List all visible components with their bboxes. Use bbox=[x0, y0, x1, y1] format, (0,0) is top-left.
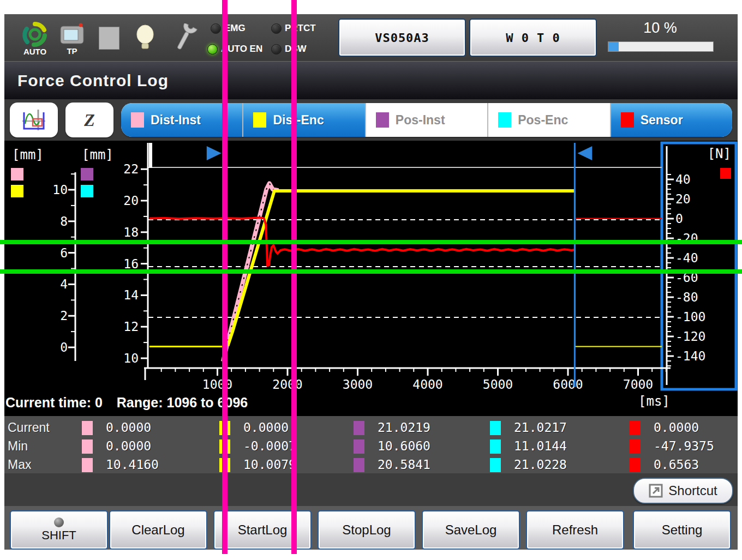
led-emg: EMG bbox=[211, 23, 246, 34]
led-auto-en: AUTO EN bbox=[207, 44, 262, 55]
legend-dist-enc[interactable]: Dist-Enc bbox=[243, 103, 366, 137]
pos-inst-swatch bbox=[354, 421, 364, 435]
work-tool-button[interactable]: W 0 T 0 bbox=[469, 19, 597, 57]
prtct-led-label: PRTCT bbox=[285, 23, 316, 34]
legend-pos-enc[interactable]: Pos-Enc bbox=[488, 103, 611, 137]
bottom-button-strip: SHIFT ClearLog StartLog StopLog SaveLog … bbox=[4, 506, 738, 550]
led-dsw: DSW bbox=[271, 44, 307, 55]
sensor-swatch bbox=[630, 458, 641, 472]
shortcut-label: Shortcut bbox=[668, 483, 717, 498]
refresh-button[interactable]: Refresh bbox=[526, 510, 624, 550]
force-log-chart-panel: Current time: 0Range: 1096 to 6096 bbox=[4, 141, 738, 414]
pos-inst-swatch bbox=[354, 439, 364, 454]
dist-inst-swatch bbox=[82, 458, 93, 472]
speed-progress-bar bbox=[608, 41, 714, 52]
pos-enc-swatch bbox=[490, 458, 501, 472]
sensor-swatch bbox=[630, 439, 641, 454]
startlog-button[interactable]: StartLog bbox=[213, 510, 312, 550]
shortcut-arrow-icon bbox=[649, 484, 663, 498]
range-label: Range: 1096 to 6096 bbox=[117, 395, 248, 410]
toolbar: AUTO TP EMG PRTCT AUTO E bbox=[4, 14, 738, 62]
series-toggle-group: Dist-Inst Dist-Enc Pos-Inst Pos-Enc Sens… bbox=[121, 103, 732, 137]
teach-pendant-button[interactable]: TP bbox=[56, 19, 88, 58]
shift-button[interactable]: SHIFT bbox=[10, 510, 108, 550]
legend-pos-inst[interactable]: Pos-Inst bbox=[366, 103, 488, 137]
pos-enc-swatch bbox=[490, 421, 501, 435]
stop-square-icon bbox=[99, 27, 119, 50]
teach-pendant-icon bbox=[59, 22, 85, 47]
auto-swirl-icon bbox=[22, 21, 48, 47]
auto-mode-button[interactable]: AUTO bbox=[19, 19, 51, 58]
pos-enc-swatch bbox=[498, 112, 511, 128]
wrench-icon bbox=[171, 23, 198, 53]
title-bar: Force Control Log bbox=[4, 61, 738, 100]
pos-enc-swatch bbox=[490, 439, 501, 454]
stoplog-button[interactable]: StopLog bbox=[318, 510, 416, 550]
shift-led-icon bbox=[54, 517, 64, 527]
legend-sensor[interactable]: Sensor bbox=[611, 103, 732, 137]
dsw-led-icon bbox=[271, 44, 282, 55]
robot-type-button[interactable]: VS050A3 bbox=[338, 19, 466, 57]
table-row-max: Max 10.4160 10.0079 20.5841 21.0228 0.65… bbox=[4, 457, 738, 475]
sensor-swatch bbox=[621, 112, 634, 128]
table-row-min: Min 0.0000 -0.0007 10.6060 11.0144 -47.9… bbox=[4, 439, 738, 456]
annotation-hline-2 bbox=[0, 269, 742, 274]
teach-pendant-label: TP bbox=[67, 47, 77, 55]
prtct-led-icon bbox=[271, 23, 282, 34]
lamp-icon bbox=[132, 23, 158, 53]
z-axis-button[interactable]: Z bbox=[65, 103, 113, 137]
clearlog-button[interactable]: ClearLog bbox=[109, 510, 207, 550]
z-axis-label: Z bbox=[84, 110, 95, 130]
dist-inst-swatch bbox=[131, 112, 144, 128]
stats-table: Current 0.0000 0.0000 21.0219 21.0217 0.… bbox=[4, 414, 738, 475]
dist-inst-swatch bbox=[82, 439, 93, 454]
savelog-button[interactable]: SaveLog bbox=[422, 510, 520, 550]
sensor-swatch bbox=[630, 421, 641, 435]
pos-inst-swatch bbox=[354, 458, 364, 472]
stop-button[interactable] bbox=[93, 19, 125, 58]
graph-icon bbox=[21, 109, 46, 131]
speed-progress-fill bbox=[608, 42, 619, 51]
speed-indicator: 10 % bbox=[605, 20, 716, 56]
dist-inst-swatch bbox=[82, 421, 93, 435]
auto-en-led-icon bbox=[207, 44, 218, 55]
emg-led-icon bbox=[211, 23, 221, 34]
legend-row: Z Dist-Inst Dist-Enc Pos-Inst Pos-Enc Se… bbox=[4, 99, 738, 141]
speed-percent-label: 10 % bbox=[605, 20, 716, 37]
shortcut-button[interactable]: Shortcut bbox=[633, 478, 733, 504]
annotation-vline-2 bbox=[291, 0, 297, 554]
setting-button[interactable]: Setting bbox=[633, 510, 731, 550]
annotation-hline-1 bbox=[0, 240, 742, 244]
lower-area: Shortcut bbox=[4, 473, 738, 506]
graph-view-button[interactable] bbox=[10, 103, 58, 137]
lamp-button[interactable] bbox=[129, 19, 161, 58]
auto-mode-label: AUTO bbox=[23, 48, 46, 56]
current-time-label: Current time: 0 bbox=[5, 395, 103, 410]
pos-inst-swatch bbox=[376, 112, 389, 128]
annotation-vline-1 bbox=[222, 0, 228, 554]
maintenance-button[interactable] bbox=[168, 19, 201, 58]
table-row-current: Current 0.0000 0.0000 21.0219 21.0217 0.… bbox=[4, 420, 738, 438]
dist-enc-swatch bbox=[253, 112, 266, 128]
page-title: Force Control Log bbox=[4, 71, 169, 90]
